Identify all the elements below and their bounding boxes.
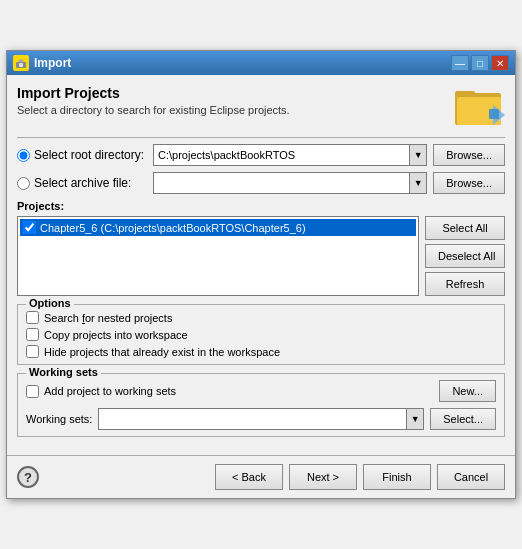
header-text: Import Projects Select a directory to se… <box>17 85 290 116</box>
hide-projects-checkbox[interactable] <box>26 345 39 358</box>
titlebar: Import — □ ✕ <box>7 51 515 75</box>
project-name: Chapter5_6 (C:\projects\packtBookRTOS\Ch… <box>40 222 306 234</box>
new-working-set-button[interactable]: New... <box>439 380 496 402</box>
help-button[interactable]: ? <box>17 466 39 488</box>
dialog-footer: ? < Back Next > Finish Cancel <box>7 455 515 498</box>
help-area: ? <box>17 466 39 488</box>
dialog-content: Import Projects Select a directory to se… <box>7 75 515 455</box>
root-directory-radio[interactable] <box>17 149 30 162</box>
refresh-button[interactable]: Refresh <box>425 272 505 296</box>
header-divider <box>17 137 505 138</box>
titlebar-left: Import <box>13 55 71 71</box>
close-button[interactable]: ✕ <box>491 55 509 71</box>
svg-marker-1 <box>18 59 24 62</box>
deselect-all-button[interactable]: Deselect All <box>425 244 505 268</box>
archive-file-radio[interactable] <box>17 177 30 190</box>
root-directory-combo: ▼ <box>153 144 427 166</box>
back-button[interactable]: < Back <box>215 464 283 490</box>
projects-area: Chapter5_6 (C:\projects\packtBookRTOS\Ch… <box>17 216 505 296</box>
archive-file-input[interactable] <box>153 172 409 194</box>
footer-buttons: < Back Next > Finish Cancel <box>215 464 505 490</box>
projects-list[interactable]: Chapter5_6 (C:\projects\packtBookRTOS\Ch… <box>17 216 419 296</box>
projects-buttons: Select All Deselect All Refresh <box>425 216 505 296</box>
window-icon <box>13 55 29 71</box>
dialog-subtitle: Select a directory to search for existin… <box>17 104 290 116</box>
project-item[interactable]: Chapter5_6 (C:\projects\packtBookRTOS\Ch… <box>20 219 416 236</box>
copy-projects-row: Copy projects into workspace <box>26 328 496 341</box>
root-directory-row: Select root directory: ▼ Browse... <box>17 144 505 166</box>
working-sets-combo-label: Working sets: <box>26 413 92 425</box>
folder-icon <box>455 85 505 127</box>
copy-projects-checkbox[interactable] <box>26 328 39 341</box>
add-to-working-sets-row: Add project to working sets New... <box>26 380 496 402</box>
working-sets-group: Working sets Add project to working sets… <box>17 373 505 437</box>
root-directory-dropdown-arrow[interactable]: ▼ <box>409 144 427 166</box>
minimize-button[interactable]: — <box>451 55 469 71</box>
project-checkbox[interactable] <box>23 221 36 234</box>
import-dialog: Import — □ ✕ Import Projects Select a di… <box>6 50 516 499</box>
working-sets-dropdown-arrow[interactable]: ▼ <box>406 408 424 430</box>
working-sets-combo-row: Working sets: ▼ Select... <box>26 408 496 430</box>
header-section: Import Projects Select a directory to se… <box>17 85 505 127</box>
next-button[interactable]: Next > <box>289 464 357 490</box>
hide-projects-row: Hide projects that already exist in the … <box>26 345 496 358</box>
archive-file-dropdown-arrow[interactable]: ▼ <box>409 172 427 194</box>
root-browse-button[interactable]: Browse... <box>433 144 505 166</box>
archive-file-label[interactable]: Select archive file: <box>17 176 147 190</box>
nested-projects-label: Search for nested projects <box>44 312 172 324</box>
projects-section-label: Projects: <box>17 200 505 212</box>
options-group: Options Search for nested projects Copy … <box>17 304 505 365</box>
maximize-button[interactable]: □ <box>471 55 489 71</box>
archive-file-row: Select archive file: ▼ Browse... <box>17 172 505 194</box>
nested-projects-row: Search for nested projects <box>26 311 496 324</box>
nested-projects-checkbox[interactable] <box>26 311 39 324</box>
working-sets-input[interactable] <box>98 408 406 430</box>
dialog-title: Import Projects <box>17 85 290 101</box>
working-sets-combo: ▼ <box>98 408 424 430</box>
root-directory-label[interactable]: Select root directory: <box>17 148 147 162</box>
options-title: Options <box>26 297 74 309</box>
titlebar-controls: — □ ✕ <box>451 55 509 71</box>
root-directory-input[interactable] <box>153 144 409 166</box>
working-sets-title: Working sets <box>26 366 101 378</box>
hide-projects-label: Hide projects that already exist in the … <box>44 346 280 358</box>
add-to-working-sets-checkbox[interactable] <box>26 385 39 398</box>
svg-rect-7 <box>489 109 499 119</box>
archive-file-combo: ▼ <box>153 172 427 194</box>
finish-button[interactable]: Finish <box>363 464 431 490</box>
select-working-set-button[interactable]: Select... <box>430 408 496 430</box>
copy-projects-label: Copy projects into workspace <box>44 329 188 341</box>
cancel-button[interactable]: Cancel <box>437 464 505 490</box>
archive-browse-button[interactable]: Browse... <box>433 172 505 194</box>
select-all-button[interactable]: Select All <box>425 216 505 240</box>
svg-rect-2 <box>19 63 23 67</box>
window-title: Import <box>34 56 71 70</box>
add-to-working-sets-label: Add project to working sets <box>44 385 176 397</box>
